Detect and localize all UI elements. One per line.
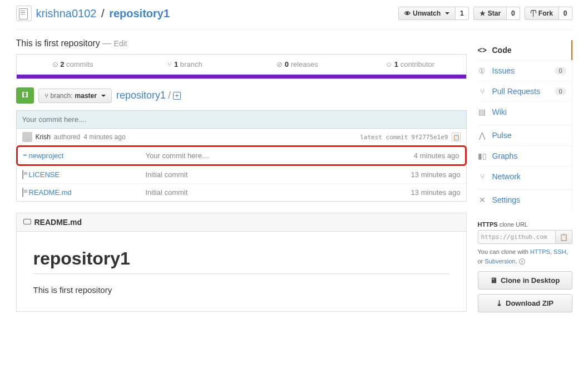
unwatch-group: Unwatch 1 xyxy=(398,7,469,20)
nav-pulse[interactable]: ⋀Pulse xyxy=(478,125,572,145)
svn-link[interactable]: Subversion xyxy=(485,258,515,265)
star-count[interactable]: 0 xyxy=(507,7,520,20)
copy-hash-button[interactable]: 📋 xyxy=(452,133,461,141)
file-commit-msg[interactable]: Your commit here.... xyxy=(146,151,414,160)
file-age: 13 minutes ago xyxy=(411,170,461,179)
file-commit-msg[interactable]: Initial commit xyxy=(146,170,411,179)
clone-help: You can clone with HTTPS, SSH, or Subver… xyxy=(478,247,572,266)
releases-stat[interactable]: ⊘ 0 releases xyxy=(241,55,354,74)
pulls-count: 0 xyxy=(555,87,566,95)
breadcrumb-root[interactable]: repository1 xyxy=(116,90,166,101)
breadcrumb: repository1 / + xyxy=(116,90,181,101)
file-age: 13 minutes ago xyxy=(411,188,461,197)
fork-icon xyxy=(531,10,536,17)
book-icon xyxy=(23,219,31,226)
copy-url-button[interactable]: 📋 xyxy=(556,230,572,244)
commit-author[interactable]: Krish xyxy=(36,133,51,141)
unwatch-button[interactable]: Unwatch xyxy=(398,7,456,20)
compare-button[interactable] xyxy=(16,87,34,104)
file-commit-msg[interactable]: Initial commit xyxy=(146,188,411,197)
readme-box: README.md repository1 This is first repo… xyxy=(16,213,467,312)
numbers-summary: ⊙ 2 commits ⑂ 1 branch ⊘ 0 releases ☺ 1 … xyxy=(16,54,467,75)
file-row: README.mdInitial commit13 minutes ago xyxy=(17,183,466,201)
commit-hash[interactable]: 9f2775e1e9 xyxy=(411,134,448,141)
star-button[interactable]: Star xyxy=(473,7,507,20)
readme-body-text: This is first repository xyxy=(33,285,449,295)
fork-group: Fork 0 xyxy=(525,7,572,20)
pull-request-icon: ⑂ xyxy=(478,87,487,96)
readme-header: README.md xyxy=(17,213,466,232)
language-bar[interactable] xyxy=(16,75,467,79)
file-icon xyxy=(22,188,23,197)
file-list: newprojectYour commit here....4 minutes … xyxy=(16,145,467,202)
file-age: 4 minutes ago xyxy=(414,151,459,160)
contributors-stat[interactable]: ☺ 1 contributor xyxy=(354,55,466,74)
nav-network[interactable]: ⑂Network xyxy=(478,166,572,187)
branches-stat[interactable]: ⑂ 1 branch xyxy=(129,55,241,74)
pulse-icon: ⋀ xyxy=(478,131,487,140)
commits-stat[interactable]: ⊙ 2 commits xyxy=(17,55,129,74)
star-group: Star 0 xyxy=(473,7,520,20)
file-name-link[interactable]: newproject xyxy=(29,151,146,160)
clone-desktop-button[interactable]: 🖥Clone in Desktop xyxy=(478,271,572,290)
issues-count: 0 xyxy=(555,67,566,75)
title-separator: / xyxy=(101,7,105,19)
fork-button[interactable]: Fork xyxy=(525,7,559,20)
caret-icon xyxy=(445,12,449,14)
clone-label: HTTPS clone URL xyxy=(478,221,572,228)
download-zip-button[interactable]: ⤓Download ZIP xyxy=(478,294,572,312)
https-link[interactable]: HTTPS xyxy=(530,248,550,255)
commit-tease: Your commit here.... xyxy=(16,110,467,129)
issue-icon: ① xyxy=(478,66,487,75)
graph-icon: ▮▯ xyxy=(478,151,487,160)
readme-title: repository1 xyxy=(33,248,449,274)
network-icon: ⑂ xyxy=(478,172,487,181)
nav-graphs[interactable]: ▮▯Graphs xyxy=(478,145,572,166)
desktop-icon: 🖥 xyxy=(490,276,497,285)
caret-icon xyxy=(101,95,106,97)
branch-select[interactable]: ⑂ branch: master xyxy=(38,89,112,103)
edit-description-link[interactable]: Edit xyxy=(114,39,127,48)
nav-pulls[interactable]: ⑂Pull Requests0 xyxy=(478,81,572,101)
file-icon xyxy=(22,170,23,179)
nav-wiki[interactable]: ▤Wiki xyxy=(478,101,572,122)
download-icon: ⤓ xyxy=(496,299,502,307)
commit-age: 4 minutes ago xyxy=(83,133,125,141)
tools-icon: ✕ xyxy=(478,195,487,204)
star-icon xyxy=(480,9,486,17)
repo-name-link[interactable]: repository1 xyxy=(109,7,170,19)
nav-settings[interactable]: ✕Settings xyxy=(478,189,572,210)
commit-author-line: Krish authored 4 minutes ago latest comm… xyxy=(16,129,467,146)
side-nav: <>Code ①Issues0 ⑂Pull Requests0 ▤Wiki ⋀P… xyxy=(478,40,572,210)
create-file-button[interactable]: + xyxy=(173,92,181,100)
avatar xyxy=(22,132,32,142)
code-icon: <> xyxy=(478,46,487,55)
repo-title: krishna0102 / repository1 xyxy=(36,7,399,20)
clone-url-input[interactable] xyxy=(478,230,556,244)
file-name-link[interactable]: LICENSE xyxy=(29,170,146,179)
nav-code[interactable]: <>Code xyxy=(478,40,572,60)
repo-icon xyxy=(16,6,32,21)
file-name-link[interactable]: README.md xyxy=(29,188,146,197)
repo-description: This is first repository — Edit xyxy=(16,30,467,54)
help-icon[interactable]: ? xyxy=(519,258,525,265)
watch-count[interactable]: 1 xyxy=(456,7,469,20)
owner-link[interactable]: krishna0102 xyxy=(36,7,97,19)
fork-count[interactable]: 0 xyxy=(559,7,572,20)
nav-issues[interactable]: ①Issues0 xyxy=(478,60,572,81)
ssh-link[interactable]: SSH xyxy=(554,248,566,255)
file-row: LICENSEInitial commit13 minutes ago xyxy=(17,165,466,183)
book-icon: ▤ xyxy=(478,107,487,116)
file-row: newprojectYour commit here....4 minutes … xyxy=(16,145,467,166)
eye-icon xyxy=(404,9,411,17)
